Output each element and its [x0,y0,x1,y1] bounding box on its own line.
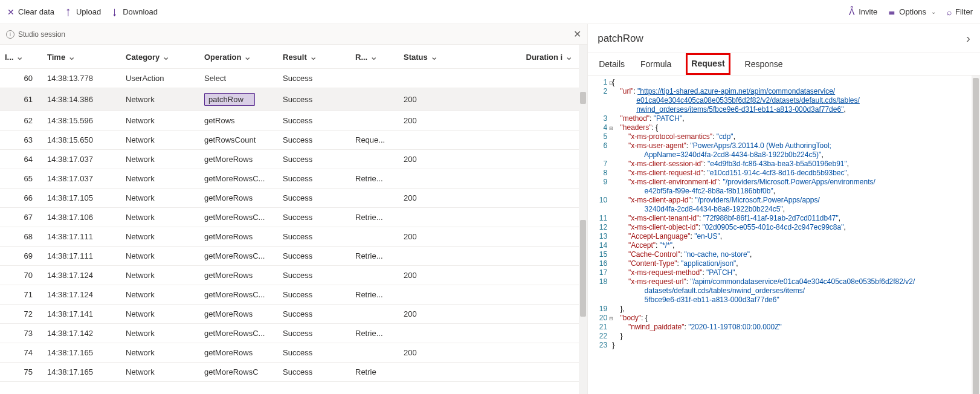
code-line: 3240d4fa-2cd8-4434-b8a8-1922b0b224c5", [588,205,980,214]
scrollbar-track[interactable] [579,45,587,394]
toolbar: ✕ Clear data ⭡ Upload ⭣ Download ᐰ Invit… [0,0,980,24]
col-result[interactable]: Result⌄ [278,45,350,69]
upload-icon: ⭡ [64,7,73,17]
code-line: 3 "method": "PATCH", [588,114,980,123]
col-idx[interactable]: I...⌄ [0,45,42,69]
session-label: Studio session [18,30,65,39]
clear-data-button[interactable]: ✕ Clear data [7,7,54,17]
options-button[interactable]: ≣ Options ⌄ [888,7,936,17]
person-add-icon: ᐰ [849,7,855,17]
code-line: 8 "x-ms-client-request-id": "e10cd151-91… [588,169,980,178]
code-line: 11 "x-ms-client-tenant-id": "72f988bf-86… [588,214,980,223]
search-icon: ⌕ [947,7,952,17]
col-operation[interactable]: Operation⌄ [199,45,278,69]
col-r[interactable]: R...⌄ [350,45,399,69]
code-line: 18 "x-ms-request-url": "/apim/commondata… [588,277,980,286]
session-bar: i Studio session ✕ [0,24,587,45]
scroll-arrow-up[interactable] [580,92,586,104]
invite-label: Invite [859,7,877,16]
table-row[interactable]: 7214:38:17.141NetworkgetMoreRowsSuccess2… [0,305,587,324]
code-line: 4⊟ "headers": { [588,123,980,132]
code-line: 10 "x-ms-client-app-id": "/providers/Mic… [588,196,980,205]
code-line: e42bf5fa-f99e-4fc2-8b8a-f8b1186bbf0b", [588,187,980,196]
code-line: 22 } [588,332,980,341]
detail-tabs: Details Formula Request Response [588,53,980,76]
chevron-right-icon[interactable]: › [966,31,970,45]
code-line: 17 "x-ms-request-method": "PATCH", [588,268,980,277]
table-row[interactable]: 7114:38:17.124NetworkgetMoreRowsC...Succ… [0,285,587,305]
invite-button[interactable]: ᐰ Invite [849,7,877,17]
code-line: 1⊟{ [588,78,980,87]
col-category[interactable]: Category⌄ [121,45,199,69]
detail-header: patchRow › [588,24,980,53]
code-line: 7 "x-ms-client-session-id": "e4d9fb3d-fc… [588,160,980,169]
code-scroll-thumb[interactable] [973,78,979,394]
table-row[interactable]: 7314:38:17.142NetworkgetMoreRowsC...Succ… [0,324,587,343]
upload-label: Upload [76,7,101,16]
download-button[interactable]: ⭣ Download [111,7,158,17]
col-duration[interactable]: Duration i⌄ [471,45,587,69]
code-line: 5 "x-ms-protocol-semantics": "cdp", [588,132,980,141]
col-status[interactable]: Status⌄ [399,45,471,69]
options-label: Options [899,7,926,16]
table-row[interactable]: 7414:38:17.165NetworkgetMoreRowsSuccess2… [0,343,587,363]
code-line: 16 "Content-Type": "application/json", [588,259,980,268]
code-line: 14 "Accept": "*/*", [588,241,980,250]
tab-request[interactable]: Request [686,53,730,75]
table-row[interactable]: 7014:38:17.124NetworkgetMoreRowsSuccess2… [0,266,587,285]
download-icon: ⭣ [111,7,119,17]
table-row[interactable]: 6114:38:14.386NetworkpatchRowSuccess200 [0,88,587,111]
code-line: 12 "x-ms-client-object-id": "02d0905c-e0… [588,223,980,232]
tab-details[interactable]: Details [598,53,626,75]
scroll-thumb[interactable] [580,220,586,317]
table-row[interactable]: 7514:38:17.165NetworkgetMoreRowsCSuccess… [0,363,587,382]
code-line: 23} [588,341,980,350]
code-line: datasets/default.cds/tables/nwind_orders… [588,286,980,296]
code-line: nwind_orderses/items/5fbce9e6-d31f-eb11-… [588,105,980,114]
code-line: 19 }, [588,305,980,314]
chevron-down-icon: ⌄ [931,8,936,15]
filter-label: Filter [955,7,973,16]
tab-response[interactable]: Response [744,53,784,75]
detail-title: patchRow [598,33,643,45]
table-row[interactable]: 6214:38:15.596NetworkgetRowsSuccess200 [0,111,587,131]
code-line: 20⊟ "body": { [588,314,980,323]
code-line: 2 "url": "https://tip1-shared.azure-apim… [588,87,980,96]
info-icon: i [6,30,15,39]
close-icon: ✕ [7,7,15,17]
tab-formula[interactable]: Formula [639,53,672,75]
code-line: 5fbce9e6-d31f-eb11-a813-000d3af77de6" [588,296,980,305]
close-pane-icon[interactable]: ✕ [573,28,581,40]
code-line: 9 "x-ms-client-environment-id": "/provid… [588,178,980,187]
table-row[interactable]: 6014:38:13.778UserActionSelectSuccess [0,69,587,88]
code-panel[interactable]: 1⊟{2 "url": "https://tip1-shared.azure-a… [588,76,980,394]
table-row[interactable]: 6814:38:17.111NetworkgetMoreRowsSuccess2… [0,227,587,247]
filter-button[interactable]: ⌕ Filter [947,7,973,17]
code-line: 13 "Accept-Language": "en-US", [588,232,980,241]
events-table-wrap: I...⌄Time⌄Category⌄Operation⌄Result⌄R...… [0,45,587,394]
upload-button[interactable]: ⭡ Upload [64,7,101,17]
table-row[interactable]: 6514:38:17.037NetworkgetMoreRowsC...Succ… [0,169,587,189]
table-row[interactable]: 6614:38:17.105NetworkgetMoreRowsSuccess2… [0,189,587,208]
code-scrollbar[interactable] [972,76,980,394]
right-pane: patchRow › Details Formula Request Respo… [588,24,980,394]
table-row[interactable]: 6314:38:15.650NetworkgetRowsCountSuccess… [0,131,587,150]
code-line: 21 "nwind_paiddate": "2020-11-19T08:00:0… [588,323,980,332]
code-line: 6 "x-ms-user-agent": "PowerApps/3.20114.… [588,141,980,150]
col-time[interactable]: Time⌄ [42,45,121,69]
table-row[interactable]: 6914:38:17.111NetworkgetMoreRowsC...Succ… [0,247,587,266]
list-icon: ≣ [888,7,895,17]
clear-label: Clear data [18,7,54,16]
download-label: Download [123,7,158,16]
code-line: e01ca04e304c405ca08e0535bf6d2f82/v2/data… [588,96,980,105]
table-row[interactable]: 6414:38:17.037NetworkgetMoreRowsSuccess2… [0,150,587,169]
left-pane: i Studio session ✕ I...⌄Time⌄Category⌄Op… [0,24,588,394]
code-line: 15 "Cache-Control": "no-cache, no-store"… [588,250,980,259]
table-row[interactable]: 6714:38:17.106NetworkgetMoreRowsC...Succ… [0,208,587,227]
events-table: I...⌄Time⌄Category⌄Operation⌄Result⌄R...… [0,45,587,382]
code-line: AppName=3240d4fa-2cd8-4434-b8a8-1922b0b2… [588,150,980,160]
